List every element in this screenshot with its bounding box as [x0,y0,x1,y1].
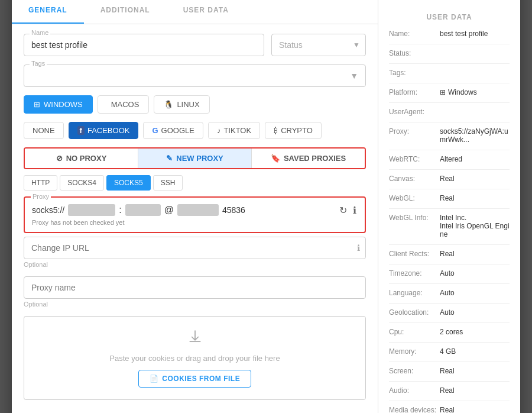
preset-facebook[interactable]: f FACEBOOK [69,122,139,139]
proxy-name-input[interactable] [24,276,366,299]
info-row-status: Status: [389,49,510,57]
info-label-geolocation: Geolocation: [389,308,436,317]
proxy-host-masked [68,204,115,216]
tab-user-data[interactable]: USER DATA [167,0,245,24]
info-value-client-rects: Real [440,250,455,258]
info-row-proxy: Proxy: socks5://zaNyGjWA:umrWwk... [389,127,510,144]
saved-proxies-btn[interactable]: 🔖 SAVED PROXIES [252,149,365,168]
cookies-box: Paste your cookies or drag and drop your… [24,316,366,400]
tab-general[interactable]: GENERAL [12,0,84,24]
info-label-client-rects: Client Rects: [389,250,436,258]
info-value-screen: Real [440,367,455,375]
tab-additional[interactable]: ADDITIONAL [84,0,167,24]
info-row-screen: Screen: Real [389,367,510,375]
info-value-webgl: Real [440,194,455,202]
tags-label: Tags [30,60,47,67]
google-icon: G [152,126,158,135]
preset-crypto[interactable]: ₿ CRYPTO [265,122,322,139]
info-label-memory: Memory: [389,347,436,356]
sub-tabs: GENERAL ADDITIONAL USER DATA [12,0,378,24]
info-label-platform: Platform: [389,88,436,96]
info-value-name: best test profile [440,30,488,38]
info-row-webrtc: WebRTC: Altered [389,155,510,163]
proxy-name-field: Optional [24,276,366,308]
proxy-name-wrap [24,276,366,299]
proto-http[interactable]: HTTP [24,175,57,191]
proxy-user-masked [125,204,161,216]
tags-select[interactable]: Tags ▼ [24,64,366,87]
windows-icon: ⊞ [34,100,40,109]
protocol-tabs: HTTP SOCKS4 SOCKS5 SSH [24,175,366,191]
info-row-useragent: UserAgent: [389,108,510,116]
info-label-canvas: Canvas: [389,175,436,183]
info-label-timezone: Timezone: [389,269,436,278]
info-row-geolocation: Geolocation: Auto [389,308,510,317]
info-row-webgl: WebGL: Real [389,194,510,202]
info-value-audio: Real [440,386,455,395]
cookies-download-icon [187,328,203,349]
tags-arrow-icon: ▼ [350,71,358,80]
info-row-timezone: Timezone: Auto [389,269,510,278]
info-label-screen: Screen: [389,367,436,375]
crypto-icon: ₿ [274,126,278,135]
os-btn-linux[interactable]: 🐧 LINUX [154,95,209,114]
change-ip-info-icon: ℹ [357,243,360,253]
os-btn-macos[interactable]: MACOS [98,95,150,114]
tiktok-icon: ♪ [217,126,221,135]
name-label: Name [30,29,50,36]
info-row-platform: Platform: ⊞Windows [389,88,510,96]
proxy-colon: : [119,205,121,215]
info-row-audio: Audio: Real [389,386,510,395]
info-value-canvas: Real [440,175,455,183]
cookies-drop-text: Paste your cookies or drag and drop your… [109,354,280,363]
info-label-name: Name: [389,30,436,38]
info-row-tags: Tags: [389,69,510,77]
name-input[interactable] [24,34,264,56]
cookies-from-file-btn[interactable]: 📄 COOKIES FROM FILE [138,370,251,388]
info-label-webgl-info: WebGL Info: [389,214,436,222]
info-row-media-devices: Media devices: Real [389,406,510,414]
proxy-refresh-btn[interactable]: ↻ [338,204,348,217]
edit-icon: ✎ [166,154,173,163]
info-value-media-devices: Real [440,406,455,414]
info-label-cpu: Cpu: [389,328,436,336]
proxy-prefix: socks5:// [32,205,64,215]
os-buttons: ⊞ WINDOWS MACOS 🐧 LINUX [24,95,366,114]
preset-tiktok[interactable]: ♪ TIKTOK [208,122,260,139]
modal-body: GENERAL ADDITIONAL USER DATA Name Status [12,0,520,413]
tags-field[interactable]: ▼ [24,64,366,87]
info-row-cpu: Cpu: 2 cores [389,328,510,336]
proto-socks4[interactable]: SOCKS4 [60,175,104,191]
info-value-language: Auto [440,289,455,297]
proto-socks5[interactable]: SOCKS5 [106,175,151,191]
info-value-timezone: Auto [440,269,455,278]
info-label-language: Language: [389,289,436,297]
modal: New profile Mass import ✦ NEW FINGERPRIN… [12,0,520,413]
preset-google[interactable]: G GOOGLE [143,122,203,139]
os-btn-windows[interactable]: ⊞ WINDOWS [24,95,93,114]
no-proxy-btn[interactable]: ⊘ NO PROXY [25,149,138,168]
cookies-file-icon: 📄 [150,375,159,383]
status-select-wrap: Status ▼ [271,34,366,56]
windows-platform-icon: ⊞ [440,88,446,96]
linux-icon: 🐧 [164,100,173,109]
proxy-at: @ [164,205,174,215]
proxy-info-btn[interactable]: ℹ [352,204,358,217]
main-panel: GENERAL ADDITIONAL USER DATA Name Status [12,0,378,413]
proto-ssh[interactable]: SSH [153,175,183,191]
change-ip-optional-label: Optional [24,261,366,268]
new-proxy-btn[interactable]: ✎ NEW PROXY [138,149,252,168]
info-label-proxy: Proxy: [389,127,436,135]
bookmark-icon: 🔖 [271,154,280,163]
proxy-port-input[interactable] [222,205,335,215]
info-value-webgl-info: Intel Inc. Intel Iris OpenGL Engine [440,214,510,238]
preset-buttons: NONE f FACEBOOK G GOOGLE ♪ TIKTOK [24,122,366,139]
proxy-buttons-group: ⊘ NO PROXY ✎ NEW PROXY 🔖 SAVED PROXIES [24,147,366,169]
change-ip-input[interactable] [24,237,366,259]
preset-none[interactable]: NONE [24,122,64,139]
proxy-name-optional-label: Optional [24,301,366,308]
facebook-icon: f [77,126,85,135]
status-select[interactable]: Status [271,34,366,56]
form-area: Name Status ▼ Tags ▼ [12,24,378,414]
info-label-audio: Audio: [389,386,436,395]
